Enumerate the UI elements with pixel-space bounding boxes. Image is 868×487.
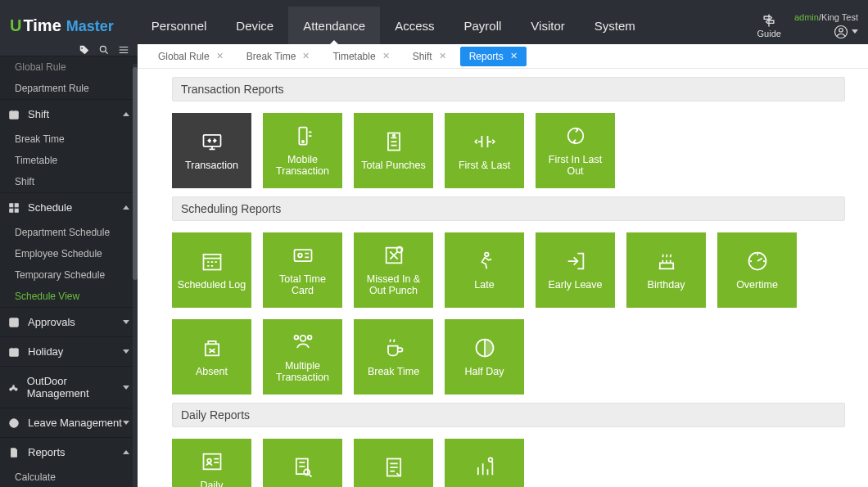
tab-reports[interactable]: Reports✕: [460, 47, 527, 66]
report-card-overtime[interactable]: Overtime: [717, 232, 797, 308]
tab-label: Break Time: [246, 51, 296, 62]
section-header: Daily Reports: [172, 403, 845, 427]
report-card-total-punches[interactable]: Total Punches: [354, 113, 433, 188]
report-card-break-time[interactable]: Break Time: [354, 319, 433, 395]
report-card-daily-attendance[interactable]: Daily Attendance: [172, 439, 251, 487]
sidebar-group-reports[interactable]: Reports: [0, 437, 138, 467]
report-card-total-time-card[interactable]: Total Time Card: [263, 232, 342, 308]
chevron-down-icon: [123, 421, 129, 425]
tab-timetable[interactable]: Timetable✕: [323, 47, 398, 66]
sidebar-group-label: Leave Management: [28, 417, 122, 429]
svg-point-32: [207, 458, 211, 462]
report-card-daily-status[interactable]: Daily Status: [445, 439, 524, 487]
sidebar: Global Rule Department Rule ShiftBreak T…: [0, 44, 138, 487]
user-label: admin/King Test: [794, 12, 858, 22]
tab-label: Shift: [413, 51, 432, 62]
svg-point-15: [301, 140, 303, 142]
sidebar-group-label: Reports: [28, 446, 66, 458]
nav-item-payroll[interactable]: Payroll: [449, 7, 516, 44]
svg-point-18: [567, 128, 583, 143]
sidebar-item-timetable[interactable]: Timetable: [0, 150, 138, 171]
card-label: Half Day: [465, 366, 504, 377]
sidebar-item-department-rule[interactable]: Department Rule: [0, 78, 138, 99]
report-card-early-leave[interactable]: Early Leave: [536, 232, 615, 308]
sidebar-group-label: Shift: [28, 108, 49, 120]
inout-icon: [471, 130, 499, 153]
svg-point-2: [100, 46, 106, 52]
note-icon: [380, 456, 408, 479]
svg-rect-6: [10, 209, 13, 212]
svg-point-1: [839, 28, 843, 32]
sidebar-item-department-schedule[interactable]: Department Schedule: [0, 222, 138, 243]
report-card-transaction[interactable]: Transaction: [172, 113, 251, 188]
report-card-daily-summary[interactable]: Daily Summary: [354, 439, 433, 487]
tag-icon[interactable]: [79, 44, 90, 56]
app-header: UTime Master PersonnelDeviceAttendanceAc…: [0, 7, 868, 44]
card-label: Total Punches: [361, 160, 426, 171]
nav-item-attendance[interactable]: Attendance: [288, 7, 380, 44]
card-label: Early Leave: [548, 279, 602, 291]
sidebar-group-shift[interactable]: Shift: [0, 99, 138, 129]
receipt-icon: [380, 130, 408, 153]
report-card-absent[interactable]: Absent: [172, 319, 251, 395]
sidebar-item-employee-schedule[interactable]: Employee Schedule: [0, 243, 138, 264]
card-label: Scheduled Log: [178, 279, 246, 291]
sidebar-item-temporary-schedule[interactable]: Temporary Schedule: [0, 264, 138, 286]
report-card-missed-in-out-punch[interactable]: Missed In & Out Punch: [354, 232, 433, 308]
report-card-scheduled-log[interactable]: Scheduled Log: [172, 232, 251, 308]
sidebar-item-shift[interactable]: Shift: [0, 171, 138, 192]
card-label: Daily Attendance: [177, 480, 246, 487]
app-logo: UTime Master: [10, 16, 114, 35]
section-header: Scheduling Reports: [172, 196, 845, 221]
svg-rect-5: [15, 203, 18, 206]
report-card-first-last[interactable]: First & Last: [445, 113, 524, 188]
report-card-first-in-last-out[interactable]: First In Last Out: [536, 113, 615, 188]
sidebar-group-outdoor-management[interactable]: OutDoor Management: [0, 366, 138, 408]
svg-rect-26: [205, 344, 218, 355]
tab-global-rule[interactable]: Global Rule✕: [149, 47, 233, 66]
sidebar-item-calculate[interactable]: Calculate: [0, 467, 138, 487]
chevron-down-icon: [123, 320, 129, 324]
user-dropdown-button[interactable]: [834, 25, 858, 39]
nav-item-system[interactable]: System: [580, 7, 650, 44]
sidebar-group-approvals[interactable]: Approvals: [0, 307, 138, 336]
close-icon[interactable]: ✕: [216, 51, 224, 61]
tab-break-time[interactable]: Break Time✕: [237, 47, 319, 66]
report-card-late[interactable]: Late: [445, 232, 524, 308]
cake-icon: [653, 250, 680, 273]
close-icon[interactable]: ✕: [302, 51, 310, 61]
report-card-mobile-transaction[interactable]: Mobile Transaction: [263, 113, 342, 188]
search-icon[interactable]: [98, 44, 110, 56]
sidebar-group-schedule[interactable]: Schedule: [0, 192, 138, 222]
report-card-birthday[interactable]: Birthday: [626, 232, 706, 308]
svg-point-27: [300, 335, 305, 340]
list-icon[interactable]: [118, 44, 129, 56]
sidebar-item-break-time[interactable]: Break Time: [0, 129, 138, 150]
nav-item-personnel[interactable]: Personnel: [137, 7, 222, 44]
guide-button[interactable]: Guide: [757, 12, 781, 38]
sidebar-item-global-rule[interactable]: Global Rule: [0, 56, 138, 78]
sidebar-item-schedule-view[interactable]: Schedule View: [0, 286, 138, 307]
nav-item-device[interactable]: Device: [221, 7, 288, 44]
close-icon[interactable]: ✕: [439, 51, 446, 61]
nav-item-access[interactable]: Access: [380, 7, 449, 44]
cal-lines-icon: [198, 250, 226, 273]
report-card-daily-details[interactable]: Daily Details: [263, 439, 342, 487]
report-card-half-day[interactable]: Half Day: [445, 319, 524, 395]
logo-u: U: [10, 16, 21, 35]
chevron-up-icon: [123, 450, 129, 454]
sidebar-group-holiday[interactable]: Holiday: [0, 336, 138, 366]
card-grid: Daily AttendanceDaily DetailsDaily Summa…: [172, 427, 845, 487]
report-card-multiple-transaction[interactable]: Multiple Transaction: [263, 319, 342, 395]
chevron-down-icon: [123, 386, 129, 390]
close-icon[interactable]: ✕: [510, 51, 518, 61]
sidebar-scrollbar[interactable]: [133, 64, 138, 487]
sidebar-group-leave-management[interactable]: Leave Management: [0, 408, 138, 437]
user-menu: admin/King Test: [794, 12, 858, 39]
nav-item-visitor[interactable]: Visitor: [516, 7, 579, 44]
tab-shift[interactable]: Shift✕: [404, 47, 455, 66]
close-icon[interactable]: ✕: [382, 51, 390, 61]
sidebar-scrollbar-thumb[interactable]: [133, 67, 138, 280]
svg-point-28: [307, 335, 311, 339]
content-area: Transaction ReportsTransactionMobile Tra…: [138, 69, 868, 487]
